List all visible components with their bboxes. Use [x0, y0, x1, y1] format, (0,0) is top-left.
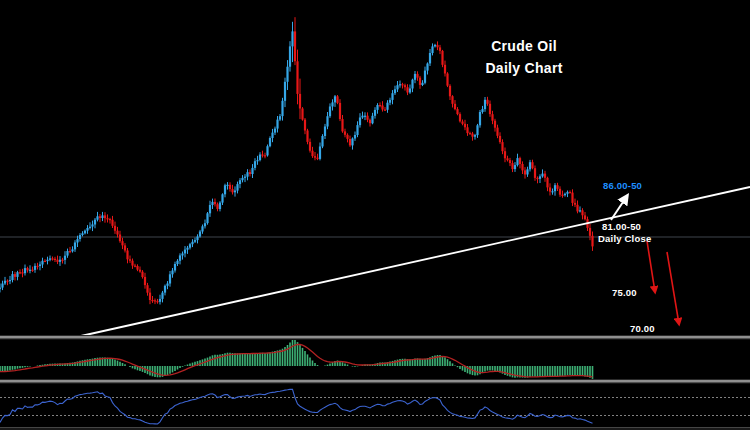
trendline[interactable]	[72, 187, 750, 338]
trading-chart-window: Crude Oil Daily Chart 86.00-50 81.00-50 …	[0, 0, 750, 430]
macd-histogram-layer	[0, 340, 593, 379]
breakdown-arrow-2	[667, 252, 679, 324]
chart-canvas[interactable]	[0, 0, 750, 430]
pane-separator-upper[interactable]	[0, 335, 750, 340]
price-label-daily-close: Daily Close	[598, 233, 651, 244]
price-label-support: 81.00-50	[602, 221, 641, 232]
pane-separator-lower[interactable]	[0, 379, 750, 384]
price-label-70: 70.00	[630, 323, 655, 334]
oscillator-layer	[0, 389, 750, 424]
chart-title: Crude Oil Daily Chart	[451, 35, 597, 79]
price-label-target: 86.00-50	[603, 180, 642, 191]
price-label-75: 75.00	[612, 287, 637, 298]
chart-title-line2: Daily Chart	[451, 57, 597, 79]
breakdown-arrow-1	[647, 241, 655, 292]
chart-title-line1: Crude Oil	[451, 35, 597, 57]
